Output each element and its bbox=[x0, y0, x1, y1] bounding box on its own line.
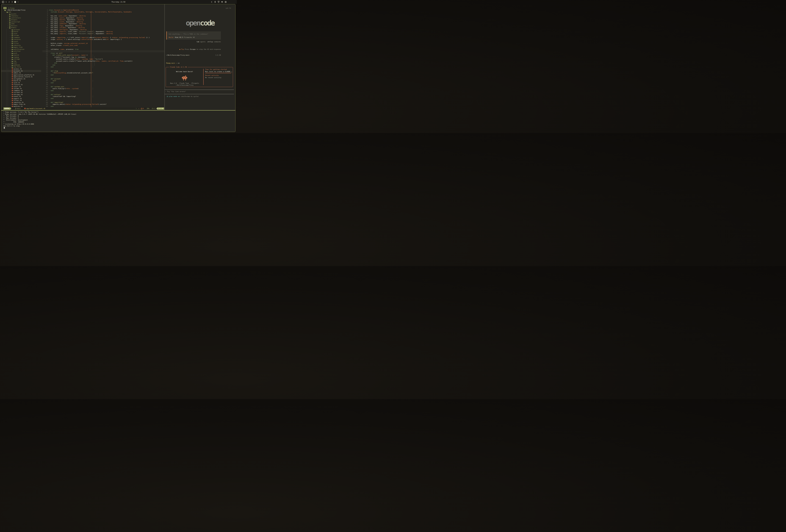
tree-item-mailers[interactable]: ›mailers bbox=[1, 25, 41, 27]
tree-item-entropy-rb[interactable]: entropy.rb bbox=[1, 94, 41, 96]
tree-item-comment-rb[interactable]: comment.rb bbox=[1, 90, 41, 92]
chevron-right-icon[interactable]: › bbox=[7, 21, 8, 23]
tree-item-search[interactable]: ›search bbox=[1, 54, 41, 56]
code-line-8[interactable]: 8 has_many :webhooks, dependent: :destro… bbox=[42, 23, 164, 25]
code-line-38[interactable]: 38 end bbox=[42, 82, 164, 84]
code-line-2[interactable]: 2 include Account::Storage, Cancellable,… bbox=[42, 11, 164, 13]
code-line-3[interactable]: 3 bbox=[42, 13, 164, 15]
code-line-14[interactable]: 14 bbox=[42, 34, 164, 37]
code-editor[interactable]: 1class Account < ApplicationRecord2 incl… bbox=[42, 4, 164, 107]
tree-item-filter[interactable]: ›filter bbox=[1, 42, 41, 45]
tree-item-jobs[interactable]: ›jobs bbox=[1, 23, 41, 25]
code-line-23[interactable]: 23 class << self bbox=[42, 52, 164, 54]
chevron-right-icon[interactable]: › bbox=[7, 19, 8, 21]
code-line-35[interactable]: 35 bbox=[42, 76, 164, 78]
code-line-7[interactable]: 7 has_many :cards, dependent: :destroy bbox=[42, 21, 164, 23]
workspace-4-active[interactable] bbox=[14, 0, 16, 4]
tree-item-account-rb[interactable]: account.rb bbox=[1, 70, 41, 72]
code-line-24[interactable]: 24 def create_with_owner(account:, owner… bbox=[42, 54, 164, 56]
chevron-right-icon[interactable]: › bbox=[10, 52, 10, 54]
code-line-49[interactable]: 49 imports.where(status: %i[pending proc… bbox=[42, 103, 164, 105]
code-line-19[interactable]: 19 after_create :create_join_code bbox=[42, 45, 164, 47]
code-line-45[interactable]: 45 !cancelled? && !importing? bbox=[42, 96, 164, 98]
code-line-28[interactable]: 28 end bbox=[42, 62, 164, 64]
code-line-15[interactable]: 15 scope :importing, → { left_joins(:imp… bbox=[42, 37, 164, 39]
code-line-30[interactable]: 30 end bbox=[42, 66, 164, 68]
code-line-13[interactable]: 13 has_many :imports, class_name: "Accou… bbox=[42, 33, 164, 35]
chevron-right-icon[interactable]: › bbox=[10, 50, 10, 52]
tree-item-tag[interactable]: ›tag bbox=[1, 60, 41, 62]
tree-item-column-rb[interactable]: column.rb bbox=[1, 88, 41, 90]
code-line-37[interactable]: 37 self bbox=[42, 80, 164, 82]
code-line-26[interactable]: 26 account.users.create!(role: :system, … bbox=[42, 58, 164, 60]
code-line-32[interactable]: 32 def slug bbox=[42, 70, 164, 72]
tree-item-event[interactable]: ›event bbox=[1, 41, 41, 43]
workspace-1[interactable]: 1 bbox=[5, 0, 7, 4]
tree-item-export-rb[interactable]: export.rb bbox=[1, 98, 41, 100]
suggestion-item[interactable]: › Try "fix lint errors" bbox=[165, 91, 186, 92]
chevron-right-icon[interactable]: › bbox=[10, 48, 10, 50]
tree-item-board-rb[interactable]: board.rb bbox=[1, 80, 41, 82]
code-line-12[interactable]: 12 has_many :exports, class_name: "Accou… bbox=[42, 31, 164, 33]
chevron-right-icon[interactable]: › bbox=[10, 34, 10, 37]
volume-icon[interactable] bbox=[221, 0, 224, 4]
workspace-5[interactable]: 5 bbox=[17, 0, 19, 4]
chevron-right-icon[interactable]: › bbox=[10, 45, 10, 47]
tree-item-signup[interactable]: ›signup bbox=[1, 56, 41, 58]
tree-item-assignment-rb[interactable]: assignment.rb bbox=[1, 78, 41, 80]
tree-item-push[interactable]: ›push bbox=[1, 52, 41, 54]
tree-item-closure-rb[interactable]: closure.rb bbox=[1, 84, 41, 86]
tree-item-mention-rb[interactable]: mention.rb bbox=[1, 105, 41, 107]
code-line-22[interactable]: 22 bbox=[42, 50, 164, 52]
chevron-right-icon[interactable]: › bbox=[10, 64, 10, 66]
code-line-42[interactable]: 42 end bbox=[42, 90, 164, 92]
chevron-right-icon[interactable]: › bbox=[10, 33, 10, 35]
plan-mode-indicator[interactable]: ❙❙ plan mode on (shift+tab to cycle) bbox=[167, 96, 199, 97]
code-line-39[interactable]: 39 bbox=[42, 84, 164, 86]
tree-item-channels[interactable]: ›channels bbox=[1, 15, 41, 17]
chevron-right-icon[interactable]: › bbox=[10, 41, 10, 43]
tree-item-account[interactable]: ›account bbox=[1, 29, 41, 31]
code-line-27[interactable]: 27 account.users.create!(**owner.with_de… bbox=[42, 60, 164, 62]
tree-item-notifier[interactable]: ›notifier bbox=[1, 50, 41, 52]
code-line-47[interactable]: 47 bbox=[42, 99, 164, 101]
chevron-down-icon[interactable]: › bbox=[4, 11, 6, 12]
tree-item-user[interactable]: ›user bbox=[1, 62, 41, 64]
chevron-down-icon[interactable]: › bbox=[7, 27, 9, 28]
tree-item-Work-basecamp-fizzy[interactable]: ~/Work/basecamp/fizzy bbox=[1, 9, 41, 11]
tree-item-helpers[interactable]: ›helpers bbox=[1, 19, 41, 21]
tree-item-concerns[interactable]: ›concerns bbox=[1, 39, 41, 41]
chevron-right-icon[interactable]: › bbox=[10, 31, 10, 33]
cpu-icon[interactable] bbox=[224, 0, 227, 4]
workspace-2[interactable]: 2 bbox=[8, 0, 10, 4]
tree-item-magic-link-rb[interactable]: magic_link.rb bbox=[1, 103, 41, 105]
code-line-36[interactable]: 36 def account bbox=[42, 78, 164, 80]
tree-item-event-rb[interactable]: event.rb bbox=[1, 96, 41, 98]
workspaces-icon[interactable] bbox=[2, 0, 4, 4]
chevron-right-icon[interactable]: › bbox=[10, 54, 10, 56]
chevron-right-icon[interactable]: › bbox=[10, 60, 10, 62]
tree-item-storage[interactable]: ›storage bbox=[1, 58, 41, 60]
tree-item-app[interactable]: ›app bbox=[1, 11, 41, 13]
code-line-46[interactable]: 46 end bbox=[42, 98, 164, 100]
tree-item-identity-rb[interactable]: identity.rb bbox=[1, 101, 41, 103]
tree-item-comment[interactable]: ›comment bbox=[1, 37, 41, 39]
code-line-43[interactable]: 43 bbox=[42, 92, 164, 94]
code-line-6[interactable]: 6 has_many :boards, dependent: :destroy bbox=[42, 19, 164, 21]
tree-item-column[interactable]: ›column bbox=[1, 34, 41, 37]
code-line-34[interactable]: 34 end bbox=[42, 74, 164, 76]
tree-item-application-platform-rb[interactable]: application_platform.rb bbox=[1, 74, 41, 76]
prompt-input[interactable]: Ask anything... "Fix a TODO in the codeb… bbox=[166, 31, 221, 40]
tree-item-magic-link[interactable]: ›magic_link bbox=[1, 46, 41, 48]
tree-item-current-rb[interactable]: current.rb bbox=[1, 92, 41, 94]
chevron-right-icon[interactable]: › bbox=[7, 13, 8, 15]
chevron-right-icon[interactable]: › bbox=[10, 42, 10, 45]
tree-item-notification[interactable]: ›notification bbox=[1, 48, 41, 50]
tree-item-access-rb[interactable]: access.rb bbox=[1, 68, 41, 70]
chevron-right-icon[interactable]: › bbox=[10, 66, 10, 68]
code-line-33[interactable]: 33 "/#{AccountSlug.encode(external_accou… bbox=[42, 72, 164, 74]
code-line-41[interactable]: 41 users.find_by!(role: :system) bbox=[42, 88, 164, 90]
chevron-right-icon[interactable]: › bbox=[7, 25, 8, 27]
chevron-right-icon[interactable]: › bbox=[10, 37, 10, 39]
workspace-3[interactable]: 3 bbox=[11, 0, 13, 4]
